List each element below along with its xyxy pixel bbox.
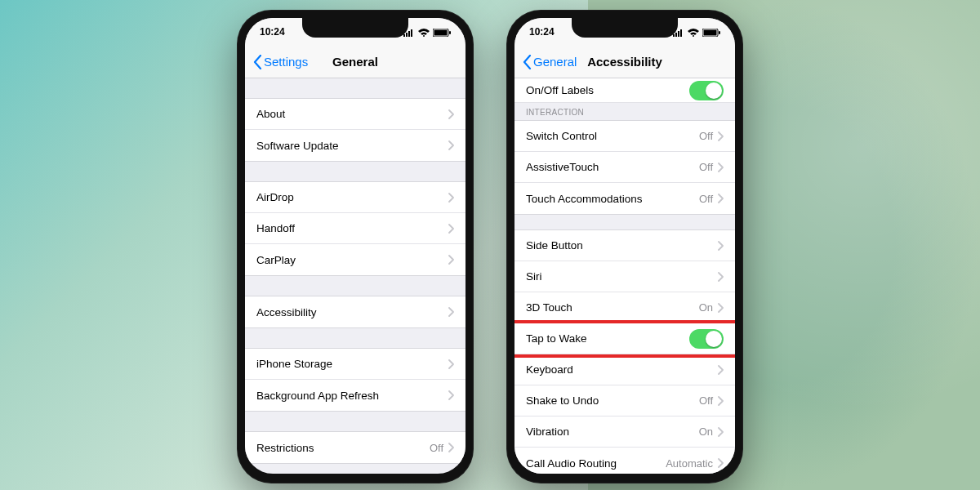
row-value: Off bbox=[699, 394, 713, 407]
svg-point-4 bbox=[423, 35, 425, 37]
row-label: Handoff bbox=[256, 222, 295, 234]
notch bbox=[302, 18, 408, 38]
row-value: On bbox=[699, 301, 713, 314]
row-value: On bbox=[699, 425, 713, 438]
accessibility-list[interactable]: On/Off LabelsINTERACTIONSwitch ControlOf… bbox=[514, 78, 735, 474]
chevron-right-icon bbox=[448, 443, 454, 452]
row-p1-1-2[interactable]: CarPlay bbox=[245, 244, 466, 275]
chevron-left-icon bbox=[253, 55, 262, 69]
svg-point-12 bbox=[693, 35, 694, 37]
row-p1-3-0[interactable]: iPhone Storage bbox=[245, 349, 466, 380]
chevron-right-icon bbox=[718, 427, 724, 437]
row-label: Software Update bbox=[256, 140, 339, 152]
toggle-switch[interactable] bbox=[689, 81, 724, 100]
svg-rect-14 bbox=[704, 29, 717, 35]
chevron-right-icon bbox=[718, 365, 724, 375]
row-label: iPhone Storage bbox=[256, 358, 332, 370]
row-p1-4-0[interactable]: RestrictionsOff bbox=[245, 432, 466, 463]
chevron-right-icon bbox=[448, 109, 454, 119]
row-label: Accessibility bbox=[256, 306, 317, 318]
status-time: 10:24 bbox=[260, 26, 285, 38]
row-label: CarPlay bbox=[256, 254, 296, 266]
toggle-switch[interactable] bbox=[689, 329, 724, 349]
phone-frame-right: 10:24 General Accessibility On/Off Label… bbox=[506, 10, 743, 483]
row-label: Side Button bbox=[526, 239, 583, 252]
phone-frame-left: 10:24 Settings General AboutSoftware Upd… bbox=[237, 10, 474, 483]
svg-rect-10 bbox=[678, 31, 679, 37]
chevron-right-icon bbox=[718, 241, 724, 251]
row-p2b-0[interactable]: Side Button bbox=[514, 230, 735, 261]
row-label: AssistiveTouch bbox=[526, 161, 599, 173]
chevron-right-icon bbox=[448, 359, 454, 369]
row-label: Background App Refresh bbox=[256, 390, 379, 402]
row-p2a-0[interactable]: Switch ControlOff bbox=[514, 121, 735, 152]
row-p2b-5[interactable]: Shake to UndoOff bbox=[514, 385, 735, 416]
row-label: Shake to Undo bbox=[526, 394, 599, 407]
svg-rect-1 bbox=[406, 33, 408, 37]
chevron-right-icon bbox=[448, 390, 454, 400]
row-p1-3-1[interactable]: Background App Refresh bbox=[245, 380, 466, 411]
row-label: Vibration bbox=[526, 425, 569, 438]
row-p2a-2[interactable]: Touch AccommodationsOff bbox=[514, 183, 735, 214]
wifi-icon bbox=[418, 26, 430, 38]
row-p2b-4[interactable]: Keyboard bbox=[514, 354, 735, 385]
row-p2b-3[interactable]: Tap to Wake bbox=[514, 323, 735, 354]
row-label: Keyboard bbox=[526, 363, 573, 376]
row-p1-0-0[interactable]: About bbox=[245, 99, 466, 130]
row-p1-2-0[interactable]: Accessibility bbox=[245, 296, 466, 327]
back-button[interactable]: Settings bbox=[253, 55, 308, 69]
row-p2b-2[interactable]: 3D TouchOn bbox=[514, 292, 735, 323]
chevron-left-icon bbox=[523, 55, 532, 69]
back-label: General bbox=[533, 55, 577, 69]
svg-rect-11 bbox=[680, 29, 682, 37]
section-header-interaction: INTERACTION bbox=[514, 103, 735, 120]
row-label: AirDrop bbox=[256, 191, 294, 203]
row-value: Off bbox=[699, 193, 713, 205]
row-p2a-1[interactable]: AssistiveTouchOff bbox=[514, 152, 735, 183]
svg-rect-7 bbox=[449, 31, 451, 34]
svg-rect-2 bbox=[408, 31, 410, 37]
row-p1-1-1[interactable]: Handoff bbox=[245, 213, 466, 244]
settings-list[interactable]: AboutSoftware UpdateAirDropHandoffCarPla… bbox=[245, 78, 466, 474]
svg-rect-15 bbox=[719, 31, 720, 34]
row-label: On/Off Labels bbox=[526, 84, 594, 96]
row-p2b-1[interactable]: Siri bbox=[514, 261, 735, 292]
svg-rect-3 bbox=[411, 29, 412, 37]
chevron-right-icon bbox=[718, 303, 724, 313]
back-button[interactable]: General bbox=[523, 55, 577, 69]
svg-rect-0 bbox=[403, 34, 405, 37]
chevron-right-icon bbox=[448, 140, 454, 150]
row-p2b-7[interactable]: Call Audio RoutingAutomatic bbox=[514, 448, 735, 474]
row-label: Restrictions bbox=[256, 442, 314, 454]
chevron-right-icon bbox=[718, 194, 724, 203]
row-label: Touch Accommodations bbox=[526, 193, 643, 205]
back-label: Settings bbox=[264, 55, 308, 69]
status-time: 10:24 bbox=[529, 26, 555, 38]
chevron-right-icon bbox=[448, 255, 454, 265]
row-p1-0-1[interactable]: Software Update bbox=[245, 130, 466, 161]
row-label: About bbox=[256, 108, 285, 120]
nav-bar: General Accessibility bbox=[514, 46, 735, 78]
chevron-right-icon bbox=[448, 307, 454, 317]
svg-rect-6 bbox=[434, 29, 448, 35]
row-label: Call Audio Routing bbox=[526, 457, 617, 470]
svg-rect-8 bbox=[673, 34, 675, 37]
row-label: Siri bbox=[526, 270, 542, 283]
chevron-right-icon bbox=[718, 163, 724, 172]
row-value: Off bbox=[430, 442, 443, 454]
row-value: Off bbox=[699, 130, 713, 142]
row-p2b-6[interactable]: VibrationOn bbox=[514, 416, 735, 448]
row-value: Off bbox=[699, 161, 713, 173]
row-onoff-labels[interactable]: On/Off Labels bbox=[514, 78, 735, 103]
row-label: Tap to Wake bbox=[526, 332, 587, 345]
row-value: Automatic bbox=[666, 457, 713, 470]
svg-rect-9 bbox=[675, 33, 677, 37]
chevron-right-icon bbox=[718, 458, 724, 468]
chevron-right-icon bbox=[448, 193, 454, 203]
chevron-right-icon bbox=[448, 224, 454, 234]
nav-bar: Settings General bbox=[245, 46, 466, 78]
row-p1-1-0[interactable]: AirDrop bbox=[245, 182, 466, 213]
chevron-right-icon bbox=[718, 131, 724, 141]
battery-icon bbox=[702, 26, 720, 38]
row-label: 3D Touch bbox=[526, 301, 572, 314]
